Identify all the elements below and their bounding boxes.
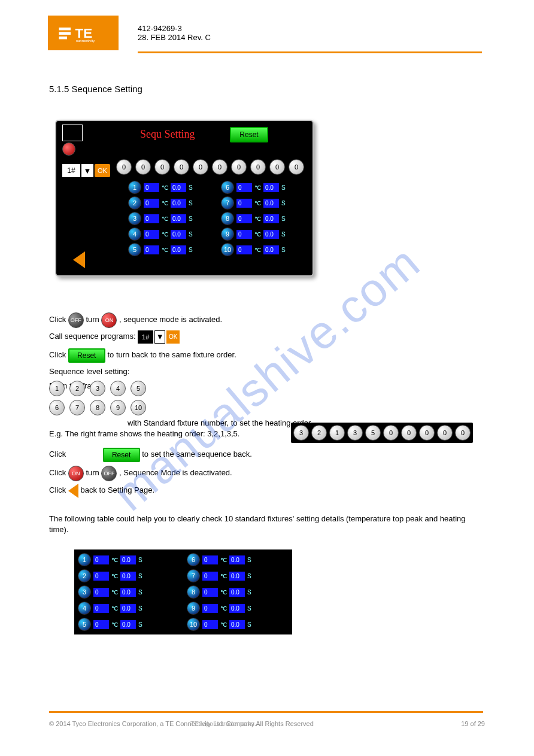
temperature-value[interactable]: 0 bbox=[144, 183, 159, 192]
sequence-dial[interactable]: 8 bbox=[90, 400, 105, 415]
back-arrow-icon[interactable] bbox=[68, 484, 78, 498]
sequence-dial[interactable]: 3 bbox=[293, 425, 309, 441]
sequence-dial[interactable]: 9 bbox=[110, 400, 126, 415]
sequence-dial[interactable]: 0 bbox=[116, 159, 132, 175]
time-value[interactable]: 0.0 bbox=[229, 555, 245, 564]
time-value[interactable]: 0.0 bbox=[263, 245, 279, 254]
time-value[interactable]: 0.0 bbox=[229, 620, 245, 629]
sequence-dial[interactable]: 0 bbox=[383, 425, 399, 441]
temperature-value[interactable]: 0 bbox=[93, 572, 109, 581]
hmi-program-select[interactable]: 1# ▼ OK bbox=[62, 164, 110, 177]
sequence-dial[interactable]: 4 bbox=[110, 381, 126, 396]
sequence-dial[interactable]: 7 bbox=[69, 400, 85, 415]
chevron-down-icon[interactable]: ▼ bbox=[154, 330, 165, 344]
temperature-value[interactable]: 0 bbox=[236, 183, 252, 192]
sequence-dial-block[interactable]: 12345678910 bbox=[49, 381, 147, 415]
temperature-value[interactable]: 0 bbox=[93, 555, 109, 564]
hmi-on-button[interactable] bbox=[62, 142, 75, 156]
sequence-dial[interactable]: 0 bbox=[401, 425, 417, 441]
fixture-row: 70℃0.0S bbox=[221, 196, 308, 210]
ok-button[interactable]: OK bbox=[95, 164, 110, 177]
hmi-reset-button[interactable]: Reset bbox=[230, 127, 268, 142]
sequence-dial[interactable]: 0 bbox=[231, 159, 247, 175]
sequence-dial[interactable]: 0 bbox=[193, 159, 208, 175]
time-value[interactable]: 0.0 bbox=[229, 588, 245, 597]
time-value[interactable]: 0.0 bbox=[120, 604, 136, 613]
time-value[interactable]: 0.0 bbox=[120, 555, 136, 564]
sequence-dial[interactable]: 1 bbox=[49, 381, 65, 396]
sequence-dial[interactable]: 10 bbox=[131, 400, 146, 415]
temperature-value[interactable]: 0 bbox=[144, 199, 159, 208]
fixture-row: 50℃0.0S bbox=[78, 618, 180, 631]
on-icon[interactable]: ON bbox=[68, 466, 84, 481]
hmi-menu-icon[interactable] bbox=[62, 125, 83, 141]
sequence-dial[interactable]: 0 bbox=[135, 159, 151, 175]
time-value[interactable]: 0.0 bbox=[263, 183, 279, 192]
temperature-value[interactable]: 0 bbox=[93, 588, 109, 597]
sequence-dial[interactable]: 5 bbox=[365, 425, 381, 441]
sequence-dial[interactable]: 1 bbox=[329, 425, 345, 441]
sequence-dial[interactable]: 0 bbox=[437, 425, 453, 441]
temperature-value[interactable]: 0 bbox=[93, 604, 109, 613]
sequence-dial[interactable]: 0 bbox=[455, 425, 471, 441]
fixture-row: 20℃0.0S bbox=[128, 196, 215, 210]
time-value[interactable]: 0.0 bbox=[263, 199, 279, 208]
sequence-dial[interactable]: 0 bbox=[289, 159, 304, 175]
program-select-value[interactable]: 1# bbox=[62, 164, 80, 177]
time-value[interactable]: 0.0 bbox=[229, 604, 245, 613]
temperature-value[interactable]: 0 bbox=[202, 572, 218, 581]
sequence-dial[interactable]: 0 bbox=[250, 159, 266, 175]
temperature-value[interactable]: 0 bbox=[236, 199, 252, 208]
unit-seconds: S bbox=[247, 573, 251, 579]
temperature-value[interactable]: 0 bbox=[202, 555, 218, 564]
time-value[interactable]: 0.0 bbox=[171, 230, 186, 239]
time-value[interactable]: 0.0 bbox=[171, 245, 186, 254]
sequence-dial[interactable]: 0 bbox=[212, 159, 227, 175]
time-value[interactable]: 0.0 bbox=[120, 620, 136, 629]
sequence-dial[interactable]: 3 bbox=[90, 381, 105, 396]
fixture-row: 70℃0.0S bbox=[187, 569, 289, 582]
temperature-value[interactable]: 0 bbox=[144, 214, 159, 223]
time-value[interactable]: 0.0 bbox=[120, 572, 136, 581]
chevron-down-icon[interactable]: ▼ bbox=[81, 164, 93, 177]
sequence-dial[interactable]: 0 bbox=[419, 425, 435, 441]
temperature-value[interactable]: 0 bbox=[236, 245, 252, 254]
select-value[interactable]: 1# bbox=[138, 330, 153, 344]
back-arrow-icon[interactable] bbox=[73, 251, 85, 268]
sequence-dial[interactable]: 2 bbox=[311, 425, 327, 441]
reset-button[interactable]: Reset bbox=[103, 448, 140, 462]
sequence-dial[interactable]: 5 bbox=[131, 381, 146, 396]
fixture-index: 6 bbox=[187, 553, 200, 566]
temperature-value[interactable]: 0 bbox=[236, 230, 252, 239]
temperature-value[interactable]: 0 bbox=[144, 230, 159, 239]
temperature-value[interactable]: 0 bbox=[236, 214, 252, 223]
sequence-dial[interactable]: 0 bbox=[269, 159, 285, 175]
temperature-value[interactable]: 0 bbox=[93, 620, 109, 629]
off-icon[interactable]: OFF bbox=[68, 312, 84, 328]
time-value[interactable]: 0.0 bbox=[263, 214, 279, 223]
sequence-dial[interactable]: 0 bbox=[154, 159, 170, 175]
time-value[interactable]: 0.0 bbox=[263, 230, 279, 239]
off-icon[interactable]: OFF bbox=[101, 466, 117, 481]
ok-button[interactable]: OK bbox=[166, 330, 180, 344]
reset-button[interactable]: Reset bbox=[68, 348, 105, 363]
temperature-value[interactable]: 0 bbox=[202, 620, 218, 629]
on-icon[interactable]: ON bbox=[101, 312, 117, 328]
unit-seconds: S bbox=[138, 573, 142, 579]
time-value[interactable]: 0.0 bbox=[229, 572, 245, 581]
unit-celsius: ℃ bbox=[162, 184, 168, 191]
fixture-row: 30℃0.0S bbox=[78, 585, 180, 599]
sequence-dial[interactable]: 3 bbox=[347, 425, 363, 441]
time-value[interactable]: 0.0 bbox=[120, 588, 136, 597]
sequence-dial[interactable]: 2 bbox=[69, 381, 85, 396]
temperature-value[interactable]: 0 bbox=[144, 245, 159, 254]
sequence-dial[interactable]: 6 bbox=[49, 400, 65, 415]
time-value[interactable]: 0.0 bbox=[171, 199, 186, 208]
temperature-value[interactable]: 0 bbox=[202, 604, 218, 613]
fixture-row: 90℃0.0S bbox=[187, 602, 289, 615]
temperature-value[interactable]: 0 bbox=[202, 588, 218, 597]
program-select-widget[interactable]: 1# ▼ OK bbox=[138, 330, 180, 344]
sequence-dial[interactable]: 0 bbox=[174, 159, 189, 175]
time-value[interactable]: 0.0 bbox=[171, 183, 186, 192]
time-value[interactable]: 0.0 bbox=[171, 214, 186, 223]
